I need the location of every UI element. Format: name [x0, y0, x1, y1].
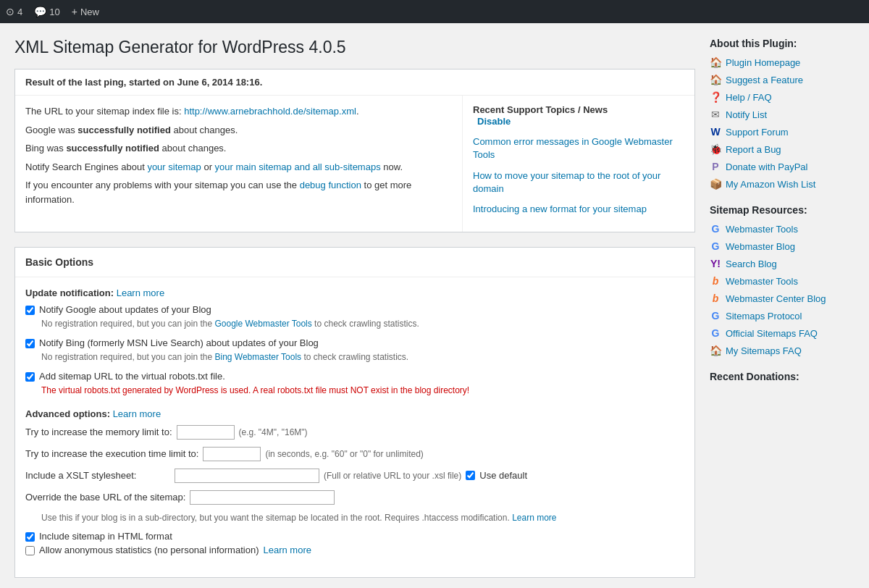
xslt-input[interactable]	[175, 469, 319, 483]
help-faq-link[interactable]: ❓ Help / FAQ	[710, 91, 855, 103]
new-icon: +	[72, 6, 77, 17]
google-wmt-resource-link[interactable]: G Webmaster Tools	[710, 223, 855, 235]
bing-notify-checkbox[interactable]	[25, 339, 35, 348]
admin-bar: ⊙ 4 💬 10 + New	[0, 0, 869, 23]
memory-hint: (e.g. "4M", "16M")	[239, 427, 308, 437]
updates-count: 4	[17, 7, 22, 17]
bing-wmt-resource-link[interactable]: b Webmaster Tools	[710, 275, 855, 287]
google-notify-checkbox[interactable]	[25, 306, 35, 315]
bing-notify-line: Bing was successfully notified about cha…	[25, 141, 452, 156]
about-plugin-title: About this Plugin:	[710, 38, 855, 49]
sitemap-url-link[interactable]: http://www.arnebrachhold.de/sitemap.xml	[184, 106, 356, 117]
google-wmb-resource-link[interactable]: G Webmaster Blog	[710, 240, 855, 252]
donate-paypal-link[interactable]: P Donate with PayPal	[710, 161, 855, 172]
google-helper-text: No registration required, but you can jo…	[41, 318, 684, 330]
google-wmb-resource-icon: G	[710, 240, 721, 252]
memory-input[interactable]	[177, 425, 235, 440]
base-url-input[interactable]	[190, 490, 335, 505]
ping-result-header-text: Result of the last ping, started on June…	[25, 77, 262, 88]
ping-right-panel: Recent Support Topics / News Disable Com…	[463, 96, 694, 232]
plugin-homepage-link[interactable]: 🏠 Plugin Homepage	[710, 56, 855, 68]
google-wmt-link[interactable]: Google Webmaster Tools	[214, 319, 311, 329]
robots-checkbox[interactable]	[25, 372, 35, 382]
bing-helper-text: No registration required, but you can jo…	[41, 351, 684, 364]
resources-title: Sitemap Resources:	[710, 204, 855, 216]
sidebar: About this Plugin: 🏠 Plugin Homepage 🏠 S…	[710, 38, 855, 588]
debug-function-link[interactable]: debug function	[300, 180, 361, 190]
help-icon: ❓	[710, 91, 721, 103]
sitemap-url-line: The URL to your sitemap index file is: h…	[25, 104, 452, 119]
base-url-learn-more[interactable]: Learn more	[512, 513, 556, 523]
official-sitemaps-faq-link[interactable]: G Official Sitemaps FAQ	[710, 327, 855, 339]
forum-icon: W	[710, 126, 721, 138]
xslt-hint: (Full or relative URL to your .xsl file)	[324, 471, 461, 481]
disable-link[interactable]: Disable	[477, 115, 684, 128]
bing-notify-status: successfully notified	[66, 143, 159, 154]
sitemaps-faq-icon: G	[710, 327, 721, 339]
ping-result-box: Result of the last ping, started on June…	[14, 69, 695, 232]
suggest-icon: 🏠	[710, 74, 721, 85]
base-url-row: Override the base URL of the sitemap:	[25, 490, 684, 505]
support-link-3[interactable]: Introducing a new format for your sitema…	[473, 203, 684, 216]
advanced-learn-more-link[interactable]: Learn more	[113, 408, 161, 419]
suggest-feature-link[interactable]: 🏠 Suggest a Feature	[710, 74, 855, 85]
adminbar-new[interactable]: + New	[72, 6, 99, 17]
sitemaps-protocol-icon: G	[710, 310, 721, 322]
bing-wmt-resource-icon: b	[710, 275, 721, 287]
adminbar-updates[interactable]: ⊙ 4	[6, 6, 22, 17]
update-learn-more-link[interactable]: Learn more	[117, 287, 164, 298]
execution-limit-row: Try to increase the execution time limit…	[25, 447, 684, 461]
sitemap-url-prefix: The URL to your sitemap index file is:	[25, 106, 184, 117]
adminbar-comments[interactable]: 💬 10	[34, 6, 59, 17]
about-plugin-section: About this Plugin: 🏠 Plugin Homepage 🏠 S…	[710, 38, 855, 190]
include-html-label: Include sitemap in HTML format	[39, 531, 172, 542]
xslt-use-default-checkbox[interactable]	[466, 471, 475, 480]
support-title-text: Recent Support Topics / News	[473, 104, 608, 115]
update-label-text: Update notification:	[25, 287, 114, 298]
advanced-options-label: Advanced options: Learn more	[25, 408, 684, 419]
xslt-row: Include a XSLT stylesheet: (Full or rela…	[25, 469, 684, 483]
all-sitemaps-link[interactable]: your main sitemap and all sub-sitemaps	[215, 161, 381, 172]
advanced-options-group: Advanced options: Learn more Try to incr…	[25, 408, 684, 556]
report-bug-link[interactable]: 🐞 Report a Bug	[710, 143, 855, 155]
yahoo-search-blog-link[interactable]: Y! Search Blog	[710, 258, 855, 269]
bug-icon: 🐞	[710, 143, 721, 155]
ping-left-panel: The URL to your sitemap index file is: h…	[15, 96, 463, 232]
robots-row: Add sitemap URL to the virtual robots.tx…	[25, 371, 684, 382]
support-forum-link[interactable]: W Support Forum	[710, 126, 855, 138]
page-title: XML Sitemap Generator for WordPress 4.0.…	[14, 38, 695, 57]
execution-input[interactable]	[203, 447, 261, 461]
anon-stats-checkbox[interactable]	[25, 546, 35, 555]
advanced-label-text: Advanced options:	[25, 408, 110, 419]
your-sitemap-link[interactable]: your sitemap	[147, 161, 201, 172]
xslt-use-default-label: Use default	[479, 470, 624, 481]
amazon-wish-list-link[interactable]: 📦 My Amazon Wish List	[710, 178, 855, 190]
execution-label: Try to increase the execution time limit…	[25, 448, 198, 459]
memory-label: Try to increase the memory limit to:	[25, 427, 172, 437]
bing-wmcb-resource-icon: b	[710, 293, 721, 304]
bing-notify-label: Notify Bing (formerly MSN Live Search) a…	[39, 337, 319, 348]
google-notify-line: Google was successfully notified about c…	[25, 123, 452, 138]
updates-icon: ⊙	[6, 6, 14, 17]
support-link-2[interactable]: How to move your sitemap to the root of …	[473, 169, 684, 196]
new-label: New	[80, 7, 99, 17]
notify-list-link[interactable]: ✉ Notify List	[710, 109, 855, 120]
sitemaps-protocol-link[interactable]: G Sitemaps Protocol	[710, 310, 855, 322]
my-sitemaps-faq-link[interactable]: 🏠 My Sitemaps FAQ	[710, 345, 855, 356]
support-title: Recent Support Topics / News Disable	[473, 104, 684, 128]
google-wmt-resource-icon: G	[710, 223, 721, 235]
google-notify-status: successfully notified	[77, 125, 171, 135]
bing-wmcb-resource-link[interactable]: b Webmaster Center Blog	[710, 293, 855, 304]
donations-section: Recent Donations:	[710, 371, 855, 382]
update-notification-label: Update notification: Learn more	[25, 287, 684, 298]
include-html-checkbox[interactable]	[25, 532, 35, 542]
anon-stats-learn-more[interactable]: Learn more	[263, 545, 311, 555]
google-notify-label: Notify Google about updates of your Blog	[39, 304, 211, 315]
memory-limit-row: Try to increase the memory limit to: (e.…	[25, 425, 684, 440]
bing-notify-row: Notify Bing (formerly MSN Live Search) a…	[25, 337, 684, 348]
support-link-1[interactable]: Common error messages in Google Webmaste…	[473, 135, 684, 161]
robots-helper-text: The virtual robots.txt generated by Word…	[41, 385, 684, 397]
yahoo-icon: Y!	[710, 258, 721, 269]
base-url-label: Override the base URL of the sitemap:	[25, 492, 185, 503]
bing-wmt-link[interactable]: Bing Webmaster Tools	[214, 352, 301, 362]
